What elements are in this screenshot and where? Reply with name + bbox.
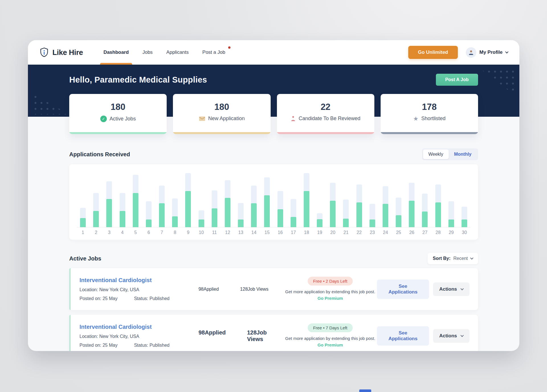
promo-text: Get more application by extending this j… (285, 336, 375, 341)
sort-by-label: Sort By: (433, 256, 450, 261)
job-views-count: 128Job Views (240, 287, 268, 292)
x-axis-tick: 1 (80, 230, 86, 235)
chart-bar (172, 198, 178, 227)
chart-bar (448, 201, 454, 227)
sort-dropdown[interactable]: Sort By: Recent (428, 253, 478, 264)
applied-count: 98Applied (199, 329, 226, 342)
x-axis-tick: 6 (146, 230, 152, 235)
stat-card-active-jobs: 180 ✓ Active Jobs (69, 94, 167, 134)
x-axis-tick: 15 (264, 230, 270, 235)
go-unlimited-button[interactable]: Go Unlimited (408, 46, 458, 59)
actions-button[interactable]: Actions (433, 329, 470, 343)
go-premium-link[interactable]: Go Premium (317, 342, 343, 347)
plan-badge: Free • 2 Days Left (308, 277, 353, 286)
x-axis-tick: 23 (370, 230, 375, 235)
actions-label: Actions (439, 286, 457, 292)
nav-label: Dashboard (103, 50, 129, 55)
chart-bar (462, 207, 467, 227)
job-location: Location: New York City, USA (79, 287, 199, 292)
profile-label: My Profile (479, 50, 503, 55)
stat-label: Candidate To Be Reviewed (299, 116, 360, 122)
stat-value: 180 (173, 102, 270, 112)
user-icon (468, 50, 474, 56)
chart-bar (422, 194, 428, 227)
x-axis-tick: 17 (291, 230, 296, 235)
applied-count: 98Applied (199, 287, 219, 292)
chart-bar (225, 180, 230, 227)
stats-row: 180 ✓ Active Jobs 180 New Application 22 (69, 94, 478, 134)
chart-bar (120, 193, 125, 227)
chart-bar (185, 173, 191, 227)
toggle-weekly[interactable]: Weekly (423, 149, 449, 159)
stat-card-shortlisted: 178 ★ Shortlisted (381, 94, 478, 134)
job-card: Interventional Cardiologist Location: Ne… (69, 315, 478, 351)
nav-item-dashboard[interactable]: Dashboard (97, 40, 136, 65)
chart-bar (343, 200, 349, 227)
x-axis-tick: 24 (383, 230, 388, 235)
chart-bar (383, 186, 388, 227)
toggle-monthly[interactable]: Monthly (449, 149, 477, 159)
x-axis-tick: 26 (409, 230, 415, 235)
x-axis-tick: 19 (317, 230, 323, 235)
x-axis-tick: 22 (356, 230, 362, 235)
post-a-job-button[interactable]: Post A Job (436, 74, 478, 86)
chart-bar (251, 186, 257, 227)
stat-accent-bar (277, 132, 374, 134)
x-axis-tick: 28 (435, 230, 441, 235)
job-title-link[interactable]: Interventional Cardiologist (79, 324, 199, 330)
nav-item-post-a-job[interactable]: Post a Job (195, 40, 232, 65)
job-location: Location: New York City, USA (79, 334, 199, 339)
job-title-link[interactable]: Interventional Cardiologist (79, 277, 199, 284)
nav-item-jobs[interactable]: Jobs (136, 40, 160, 65)
chevron-down-icon (460, 287, 464, 290)
x-axis-tick: 30 (462, 230, 467, 235)
brand-logo[interactable]: Like Hire (39, 47, 83, 58)
nav-label: Applicants (166, 50, 189, 55)
chart-bar (304, 173, 309, 227)
x-axis-tick: 16 (277, 230, 283, 235)
chart-bar (146, 201, 152, 227)
x-axis-tick: 2 (93, 230, 99, 235)
see-applications-button[interactable]: See Applications (377, 326, 429, 346)
plan-badge: Free • 7 Days Left (308, 323, 353, 332)
nav-label: Post a Job (202, 50, 225, 55)
job-views-count: 128Job Views (247, 329, 283, 342)
job-status: Status: Published (134, 343, 170, 348)
chart-bar (199, 210, 204, 227)
chart-bar (409, 183, 415, 227)
star-icon: ★ (413, 116, 419, 122)
x-axis-tick: 25 (396, 230, 401, 235)
job-card: Interventional Cardiologist Location: Ne… (69, 268, 478, 310)
chart-bar (356, 184, 362, 227)
job-posted-date: Posted on: 25 May (79, 343, 117, 348)
chart-bar (317, 213, 323, 227)
chart-bar (264, 177, 270, 227)
x-axis-tick: 12 (225, 230, 230, 235)
nav-item-applicants[interactable]: Applicants (160, 40, 195, 65)
stat-label: Shortlisted (421, 116, 446, 122)
applications-title: Applications Received (69, 151, 130, 158)
x-axis-tick: 14 (251, 230, 257, 235)
profile-menu[interactable]: My Profile (466, 47, 508, 58)
x-axis-tick: 18 (304, 230, 309, 235)
chevron-down-icon (460, 334, 464, 337)
go-premium-link[interactable]: Go Premium (317, 296, 343, 301)
chart-bar (93, 193, 99, 227)
chart-bar (159, 186, 165, 227)
x-axis-tick: 21 (343, 230, 349, 235)
stat-label: Active Jobs (110, 116, 136, 122)
see-applications-button[interactable]: See Applications (377, 280, 429, 299)
check-circle-icon: ✓ (100, 116, 107, 122)
stat-accent-bar (173, 132, 270, 134)
x-axis-tick: 10 (199, 230, 204, 235)
person-icon (291, 116, 296, 122)
avatar (466, 47, 476, 58)
stat-accent-bar (69, 132, 167, 134)
x-axis-tick: 29 (448, 230, 454, 235)
promo-text: Get more application by extending this j… (285, 289, 375, 294)
sort-value: Recent (453, 256, 468, 261)
greeting-title: Hello, Paramedic Medical Supplies (69, 75, 207, 85)
chart-bar (396, 198, 401, 227)
active-jobs-title: Active Jobs (69, 255, 101, 262)
actions-button[interactable]: Actions (433, 282, 470, 296)
